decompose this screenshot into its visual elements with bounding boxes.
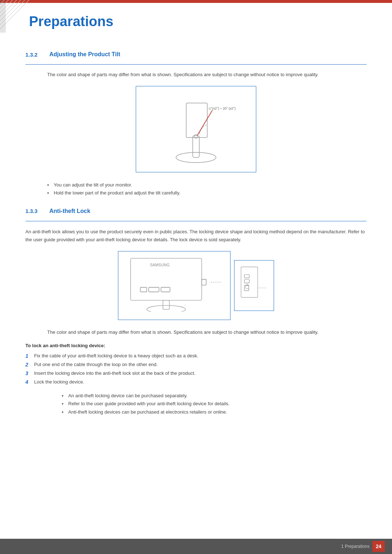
step-1-text: Fix the cable of your anti-theft locking… xyxy=(34,353,198,358)
section-132-heading: 1.3.2 Adjusting the Product Tilt xyxy=(25,51,367,58)
tilt-diagram-svg: -1°(x2°) ~ 20° (x2°) xyxy=(143,92,249,165)
svg-rect-13 xyxy=(161,287,170,292)
svg-rect-2 xyxy=(0,0,6,33)
footer-text: 1 Preparations xyxy=(341,544,369,549)
svg-line-6 xyxy=(197,110,212,136)
svg-rect-5 xyxy=(186,103,207,138)
page-title: Preparations xyxy=(29,14,367,29)
step-2-num: 2 xyxy=(25,361,28,369)
step4-bullet-3: Anti-theft locking devices can be purcha… xyxy=(62,408,367,416)
svg-rect-20 xyxy=(244,280,249,283)
antitheft-main-diagram: SAMSUNG xyxy=(118,251,230,320)
step4-bullet-1: An anti-theft locking device can be purc… xyxy=(62,392,367,400)
step-2-text: Put one end of the cable through the loo… xyxy=(34,362,158,367)
svg-rect-21 xyxy=(244,285,249,291)
antitheft-main-svg: SAMSUNG xyxy=(124,255,224,312)
section-133-number: 1.3.3 xyxy=(25,208,44,214)
section-132-note: The color and shape of parts may differ … xyxy=(47,71,367,79)
bullet-item: You can adjust the tilt of your monitor. xyxy=(47,181,367,189)
svg-rect-15 xyxy=(163,300,170,309)
corner-decoration xyxy=(0,0,33,33)
section-132-title: Adjusting the Product Tilt xyxy=(49,51,120,58)
section-132-divider xyxy=(25,64,367,65)
footer-page-number: 24 xyxy=(372,541,385,552)
step-4: 4 Lock the locking device. xyxy=(25,378,367,386)
content: Preparations 1.3.2 Adjusting the Product… xyxy=(0,3,392,449)
section-132-bullets: You can adjust the tilt of your monitor.… xyxy=(47,181,367,197)
to-lock-heading: To lock an anti-theft locking device: xyxy=(25,343,367,348)
section-133-heading: 1.3.3 Anti-theft Lock xyxy=(25,208,367,214)
svg-rect-22 xyxy=(245,286,249,289)
step-4-text: Lock the locking device. xyxy=(34,379,84,385)
step-4-num: 4 xyxy=(25,378,28,387)
section-133-note: The color and shape of parts may differ … xyxy=(47,329,367,336)
step-2: 2 Put one end of the cable through the l… xyxy=(25,361,367,369)
antitheft-side-svg xyxy=(239,264,269,300)
step-1-num: 1 xyxy=(25,352,28,361)
numbered-steps: 1 Fix the cable of your anti-theft locki… xyxy=(25,352,367,386)
svg-point-14 xyxy=(147,305,185,312)
section-132-number: 1.3.2 xyxy=(25,52,44,58)
step-1: 1 Fix the cable of your anti-theft locki… xyxy=(25,352,367,360)
svg-rect-16 xyxy=(202,279,206,285)
svg-text:SAMSUNG: SAMSUNG xyxy=(150,263,170,267)
antitheft-diagrams-container: SAMSUNG xyxy=(25,251,367,320)
svg-rect-4 xyxy=(193,136,199,157)
svg-rect-12 xyxy=(149,287,159,292)
step-3-num: 3 xyxy=(25,369,28,378)
svg-rect-19 xyxy=(244,275,249,278)
footer: 1 Preparations 24 xyxy=(0,539,392,554)
section-133-title: Anti-theft Lock xyxy=(49,208,90,214)
section-133-body: An anti-theft lock allows you to use the… xyxy=(25,228,367,244)
step-3-text: Insert the locking device into the anti-… xyxy=(34,370,195,376)
section-133-divider xyxy=(25,221,367,221)
top-bar xyxy=(0,0,392,3)
bullet-item: Hold the lower part of the product and a… xyxy=(47,189,367,197)
page: Preparations 1.3.2 Adjusting the Product… xyxy=(0,0,392,554)
step4-bullet-2: Refer to the user guide provided with yo… xyxy=(62,400,367,408)
step-3: 3 Insert the locking device into the ant… xyxy=(25,369,367,377)
tilt-diagram-container: -1°(x2°) ~ 20° (x2°) xyxy=(25,86,367,172)
svg-rect-11 xyxy=(140,287,147,292)
svg-text:-1°(x2°) ~ 20° (x2°): -1°(x2°) ~ 20° (x2°) xyxy=(208,107,236,110)
step4-bullets: An anti-theft locking device can be purc… xyxy=(62,392,367,416)
tilt-diagram-box: -1°(x2°) ~ 20° (x2°) xyxy=(136,86,256,172)
antitheft-side-diagram xyxy=(234,260,274,311)
